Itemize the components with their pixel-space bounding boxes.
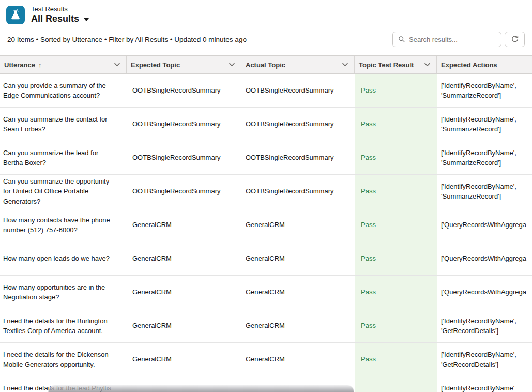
title-block: Test Results All Results [31, 5, 89, 24]
cell-topic-test-result: Pass [355, 74, 437, 107]
entity-header: Test Results All Results [6, 5, 89, 24]
list-toolbar: 20 Items • Sorted by Utterance • Filter … [0, 26, 532, 55]
cell-utterance: How many open leads do we have? [0, 242, 127, 275]
cell-expected-actions: ['IdentifyRecordByName', 'GetRecordDetai… [437, 343, 532, 376]
cell-expected-topic: GeneralCRM [127, 208, 241, 242]
cell-actual-topic: GeneralCRM [241, 309, 355, 342]
search-icon [398, 36, 405, 43]
cell-topic-test-result: Pass [355, 276, 437, 309]
toolbar-controls [392, 32, 525, 47]
cell-utterance: Can you summarize the contact for Sean F… [0, 108, 127, 141]
pass-badge: Pass [361, 253, 376, 264]
column-header-actual-topic[interactable]: Actual Topic [241, 56, 355, 73]
column-menu-button[interactable] [341, 62, 349, 68]
table-row[interactable]: How many open leads do we have? GeneralC… [0, 242, 532, 276]
cell-topic-test-result: Pass [355, 175, 437, 208]
results-table: Utterance ↑ Expected Topic Actual Topic [0, 55, 532, 392]
table-row[interactable]: Can you summarize the contact for Sean F… [0, 108, 532, 141]
table-row[interactable]: I need the details for the Burlington Te… [0, 309, 532, 343]
cell-expected-topic: OOTBSingleRecordSummary [127, 141, 241, 174]
dock-overlay[interactable] [48, 385, 354, 392]
caret-down-icon [84, 18, 89, 21]
test-flask-icon [6, 6, 25, 24]
cell-expected-topic: GeneralCRM [127, 242, 241, 275]
cell-topic-test-result: Pass [355, 108, 437, 141]
cell-topic-test-result: Pass [355, 343, 437, 376]
cell-actual-topic: GeneralCRM [241, 343, 355, 376]
column-header-expected-topic[interactable]: Expected Topic [127, 56, 241, 73]
refresh-button[interactable] [505, 32, 525, 47]
list-view-selector[interactable]: All Results [31, 13, 89, 24]
table-row[interactable]: Can you summarize the lead for Bertha Bo… [0, 141, 532, 175]
test-results-page: Test Results All Results 20 Items • Sort… [0, 0, 532, 392]
cell-utterance: Can you summarize the lead for Bertha Bo… [0, 141, 127, 174]
view-label: All Results [31, 13, 79, 24]
table-row[interactable]: Can you provide a summary of the Edge Co… [0, 74, 532, 108]
pass-badge: Pass [361, 354, 376, 365]
cell-expected-topic: GeneralCRM [127, 343, 241, 376]
table-header: Utterance ↑ Expected Topic Actual Topic [0, 55, 532, 74]
column-header-utterance[interactable]: Utterance ↑ [0, 56, 127, 73]
cell-expected-topic: OOTBSingleRecordSummary [127, 175, 241, 208]
cell-actual-topic: GeneralCRM [241, 208, 355, 242]
cell-expected-actions: ['IdentifyRecordByName', 'SummarizeRecor… [437, 108, 532, 141]
pass-badge: Pass [361, 153, 376, 163]
list-status-text: 20 Items • Sorted by Utterance • Filter … [7, 36, 247, 43]
column-menu-button[interactable] [113, 62, 121, 68]
cell-topic-test-result: Pass [355, 242, 437, 275]
pass-badge: Pass [361, 119, 376, 129]
cell-expected-topic: OOTBSingleRecordSummary [127, 74, 241, 107]
cell-actual-topic: OOTBSingleRecordSummary [241, 74, 355, 107]
pass-badge: Pass [361, 186, 376, 197]
cell-expected-actions: ['QueryRecordsWithAggrega [437, 242, 532, 275]
chevron-down-icon [342, 63, 348, 67]
cell-expected-actions: ['IdentifyRecordByName', 'SummarizeRecor… [437, 175, 532, 208]
cell-utterance: How many contacts have the phone number … [0, 208, 127, 242]
cell-actual-topic: OOTBSingleRecordSummary [241, 108, 355, 141]
table-row[interactable]: Can you summarize the opportunity for Un… [0, 175, 532, 208]
cell-topic-test-result [355, 376, 437, 392]
sort-ascending-icon: ↑ [38, 61, 42, 69]
cell-expected-actions: ['QueryRecordsWithAggrega [437, 276, 532, 309]
pass-badge: Pass [361, 85, 376, 96]
cell-actual-topic: OOTBSingleRecordSummary [241, 175, 355, 208]
cell-expected-topic: GeneralCRM [127, 309, 241, 342]
cell-expected-topic: OOTBSingleRecordSummary [127, 108, 241, 141]
cell-topic-test-result: Pass [355, 309, 437, 342]
cell-topic-test-result: Pass [355, 141, 437, 174]
cell-actual-topic: GeneralCRM [241, 242, 355, 275]
search-box [392, 32, 501, 47]
pass-badge: Pass [361, 287, 376, 297]
cell-expected-actions: ['IdentifyRecordByName', 'SummarizeRecor… [437, 74, 532, 107]
refresh-icon [511, 35, 519, 43]
table-body: Can you provide a summary of the Edge Co… [0, 74, 532, 392]
cell-utterance: How many opportunities are in the Negoti… [0, 276, 127, 309]
page-header: Test Results All Results [0, 0, 532, 26]
column-menu-button[interactable] [423, 62, 431, 68]
cell-expected-actions: ['IdentifyRecordByName' [437, 376, 532, 392]
column-header-topic-test-result[interactable]: Topic Test Result [355, 56, 437, 73]
chevron-down-icon [229, 63, 235, 67]
cell-utterance: Can you summarize the opportunity for Un… [0, 175, 127, 208]
cell-expected-actions: ['QueryRecordsWithAggrega [437, 208, 532, 242]
cell-utterance: I need the details for the Burlington Te… [0, 309, 127, 342]
column-header-expected-actions[interactable]: Expected Actions [437, 56, 532, 73]
search-input[interactable] [409, 36, 497, 43]
cell-utterance: Can you provide a summary of the Edge Co… [0, 74, 127, 107]
cell-expected-actions: ['IdentifyRecordByName', 'GetRecordDetai… [437, 309, 532, 342]
cell-actual-topic: OOTBSingleRecordSummary [241, 141, 355, 174]
cell-actual-topic: GeneralCRM [241, 276, 355, 309]
chevron-down-icon [114, 63, 120, 67]
cell-utterance: I need the details for the Dickenson Mob… [0, 343, 127, 376]
table-row[interactable]: How many contacts have the phone number … [0, 208, 532, 242]
chevron-down-icon [424, 63, 430, 67]
cell-topic-test-result: Pass [355, 208, 437, 242]
pass-badge: Pass [361, 321, 376, 331]
table-row[interactable]: How many opportunities are in the Negoti… [0, 276, 532, 309]
column-menu-button[interactable] [228, 62, 236, 68]
cell-expected-topic: GeneralCRM [127, 276, 241, 309]
table-row[interactable]: I need the details for the Dickenson Mob… [0, 343, 532, 376]
cell-expected-actions: ['IdentifyRecordByName', 'SummarizeRecor… [437, 141, 532, 174]
pass-badge: Pass [361, 220, 376, 230]
object-label: Test Results [31, 5, 89, 13]
